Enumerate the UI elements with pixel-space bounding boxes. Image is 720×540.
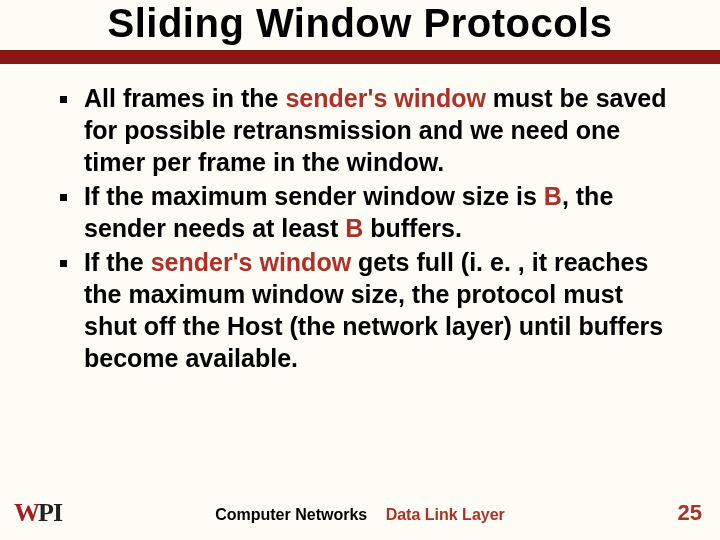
- footer-center: Computer Networks Data Link Layer: [0, 506, 720, 524]
- body-text: If the: [84, 248, 151, 276]
- footer-topic: Data Link Layer: [386, 506, 505, 523]
- highlight-text: B: [544, 182, 562, 210]
- body-text: buffers.: [363, 214, 462, 242]
- highlight-text: sender's window: [151, 248, 351, 276]
- bullet-item: If the sender's window gets full (i. e. …: [56, 246, 676, 374]
- slide-body: All frames in the sender's window must b…: [0, 64, 720, 374]
- bullet-item: If the maximum sender window size is B, …: [56, 180, 676, 244]
- footer: WPI Computer Networks Data Link Layer 25: [0, 490, 720, 530]
- body-text: All frames in the: [84, 84, 285, 112]
- bullet-item: All frames in the sender's window must b…: [56, 82, 676, 178]
- slide-title: Sliding Window Protocols: [0, 1, 720, 46]
- bullet-list: All frames in the sender's window must b…: [56, 82, 676, 374]
- title-bar: Sliding Window Protocols: [0, 0, 720, 50]
- highlight-text: B: [345, 214, 363, 242]
- body-text: If the maximum sender window size is: [84, 182, 544, 210]
- highlight-text: sender's window: [285, 84, 485, 112]
- footer-course: Computer Networks: [215, 506, 367, 523]
- divider-bar: [0, 50, 720, 64]
- page-number: 25: [678, 500, 702, 526]
